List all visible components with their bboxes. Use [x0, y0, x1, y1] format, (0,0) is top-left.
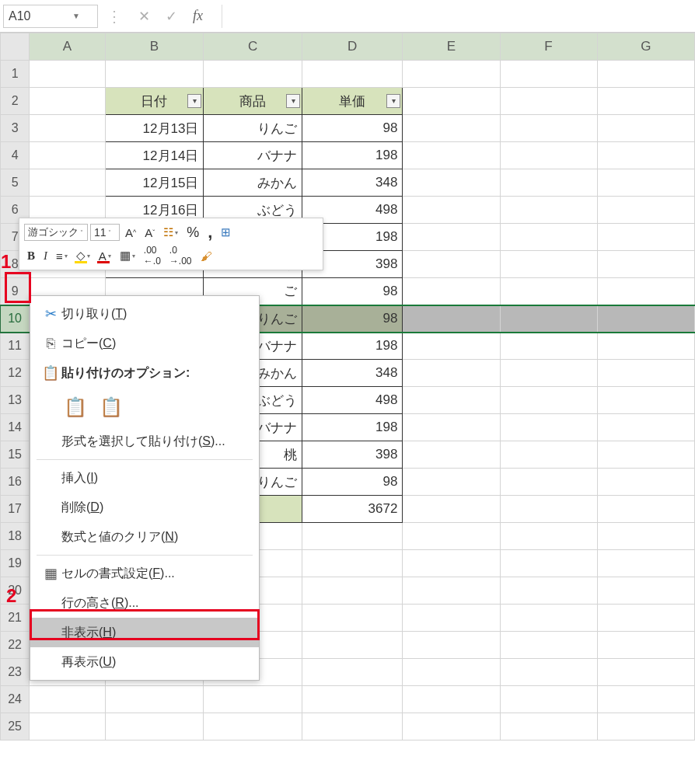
- mini-toolbar: 游ゴシック˅ 11˅ A^ Aˇ ☷▾ % , ⊞ B I ≡▾ ◇▾ A▾ ▦…: [19, 218, 323, 270]
- format-painter-icon[interactable]: 🖌: [197, 248, 215, 264]
- decrease-font-icon[interactable]: Aˇ: [141, 225, 158, 241]
- row-header[interactable]: 13: [1, 387, 30, 414]
- cell-total[interactable]: 3672: [302, 496, 403, 523]
- increase-decimal-icon[interactable]: .0→.00: [166, 243, 195, 268]
- menu-clear[interactable]: 数式と値のクリア(N): [30, 522, 259, 552]
- cell[interactable]: 198: [302, 414, 403, 441]
- borders-icon[interactable]: ▦▾: [117, 247, 138, 264]
- cell[interactable]: 98: [302, 278, 403, 305]
- fill-color-icon[interactable]: ◇▾: [73, 247, 93, 264]
- comma-icon[interactable]: ,: [204, 221, 215, 244]
- cell[interactable]: 98: [302, 305, 403, 333]
- enter-icon[interactable]: ✓: [166, 8, 177, 25]
- cancel-icon[interactable]: ✕: [138, 8, 150, 25]
- cell[interactable]: 348: [302, 360, 403, 387]
- menu-cut[interactable]: ✂ 切り取り(T): [30, 299, 259, 329]
- menu-separator: [37, 459, 253, 460]
- formula-bar-divider: ⋮: [98, 7, 131, 26]
- row-header[interactable]: 9: [1, 278, 30, 305]
- row-header[interactable]: 17: [1, 496, 30, 523]
- font-size-selector[interactable]: 11˅: [90, 224, 120, 241]
- col-header-C[interactable]: C: [204, 33, 302, 61]
- cell[interactable]: りんご: [204, 115, 302, 142]
- table-header-price[interactable]: 単価▾: [302, 88, 403, 115]
- col-header-A[interactable]: A: [30, 33, 105, 61]
- cell[interactable]: 12月13日: [105, 115, 204, 142]
- percent-icon[interactable]: %: [183, 223, 202, 242]
- menu-unhide[interactable]: 再表示(U): [30, 647, 259, 677]
- copy-icon: ⎘: [40, 336, 61, 352]
- align-icon[interactable]: ≡▾: [53, 248, 71, 264]
- cell[interactable]: 98: [302, 115, 403, 142]
- col-header-B[interactable]: B: [105, 33, 204, 61]
- select-all-corner[interactable]: [1, 33, 30, 61]
- fx-icon[interactable]: fx: [193, 8, 203, 24]
- formula-input[interactable]: [222, 5, 695, 28]
- increase-font-icon[interactable]: A^: [122, 225, 139, 241]
- paste-default-icon[interactable]: 📋: [61, 393, 89, 421]
- row-header[interactable]: 15: [1, 441, 30, 469]
- row-header-selected[interactable]: 10: [1, 305, 30, 333]
- formula-bar: A10 ▼ ⋮ ✕ ✓ fx: [0, 0, 695, 33]
- col-header-E[interactable]: E: [403, 33, 500, 61]
- row-header[interactable]: 2: [1, 88, 30, 115]
- context-menu: ✂ 切り取り(T) ⎘ コピー(C) 📋 貼り付けのオプション: 📋 📋 形式を…: [30, 295, 260, 681]
- merge-icon[interactable]: ⊞: [218, 224, 234, 241]
- row-header[interactable]: 22: [1, 632, 30, 659]
- row-header[interactable]: 4: [1, 142, 30, 169]
- cell[interactable]: 198: [302, 142, 403, 169]
- menu-paste-special[interactable]: 形式を選択して貼り付け(S)...: [30, 427, 259, 456]
- row-header[interactable]: 25: [1, 713, 30, 740]
- row-header[interactable]: 14: [1, 414, 30, 441]
- paste-values-icon[interactable]: 📋: [97, 393, 125, 421]
- format-cells-icon: ▦: [40, 565, 61, 582]
- row-header[interactable]: 24: [1, 686, 30, 713]
- cell[interactable]: 398: [302, 441, 403, 469]
- cell[interactable]: 12月14日: [105, 142, 204, 169]
- cell[interactable]: バナナ: [204, 142, 302, 169]
- table-header-date[interactable]: 日付▾: [105, 88, 204, 115]
- bold-icon[interactable]: B: [24, 248, 38, 264]
- col-header-F[interactable]: F: [500, 33, 597, 61]
- col-header-D[interactable]: D: [302, 33, 403, 61]
- row-header[interactable]: 23: [1, 659, 30, 686]
- row-header[interactable]: 5: [1, 169, 30, 197]
- italic-icon[interactable]: I: [40, 248, 51, 264]
- callout-2: 2: [6, 585, 16, 607]
- row-header[interactable]: 12: [1, 360, 30, 387]
- menu-hide[interactable]: 非表示(H): [30, 618, 259, 647]
- font-selector[interactable]: 游ゴシック˅: [24, 224, 88, 241]
- row-header[interactable]: 11: [1, 333, 30, 360]
- filter-icon[interactable]: ▾: [187, 94, 201, 108]
- cell[interactable]: みかん: [204, 169, 302, 197]
- paste-options-row: 📋 📋: [30, 388, 259, 427]
- cell[interactable]: 198: [302, 333, 403, 360]
- menu-copy[interactable]: ⎘ コピー(C): [30, 329, 259, 358]
- cell[interactable]: 498: [302, 387, 403, 414]
- name-box-dropdown-icon[interactable]: ▼: [51, 12, 97, 20]
- row-header[interactable]: 21: [1, 605, 30, 632]
- row-header[interactable]: 18: [1, 523, 30, 550]
- col-header-G[interactable]: G: [597, 33, 694, 61]
- filter-icon[interactable]: ▾: [386, 94, 400, 108]
- font-color-icon[interactable]: A▾: [96, 248, 114, 264]
- filter-icon[interactable]: ▾: [286, 94, 300, 108]
- row-header[interactable]: 3: [1, 115, 30, 142]
- cell[interactable]: 12月15日: [105, 169, 204, 197]
- accounting-format-icon[interactable]: ☷▾: [160, 224, 181, 241]
- row-header[interactable]: 16: [1, 469, 30, 496]
- cut-icon: ✂: [40, 305, 61, 322]
- menu-format-cells[interactable]: ▦ セルの書式設定(F)...: [30, 559, 259, 588]
- cell[interactable]: 348: [302, 169, 403, 197]
- table-header-product[interactable]: 商品▾: [204, 88, 302, 115]
- row-header[interactable]: 19: [1, 550, 30, 577]
- menu-insert[interactable]: 挿入(I): [30, 463, 259, 493]
- callout-1: 1: [1, 251, 11, 273]
- menu-delete[interactable]: 削除(D): [30, 493, 259, 522]
- formula-bar-icons: ✕ ✓ fx: [131, 8, 211, 25]
- row-header[interactable]: 1: [1, 61, 30, 88]
- name-box[interactable]: A10 ▼: [3, 5, 98, 28]
- cell[interactable]: 98: [302, 469, 403, 496]
- menu-row-height[interactable]: 行の高さ(R)...: [30, 588, 259, 618]
- decrease-decimal-icon[interactable]: .00←.0: [141, 243, 164, 268]
